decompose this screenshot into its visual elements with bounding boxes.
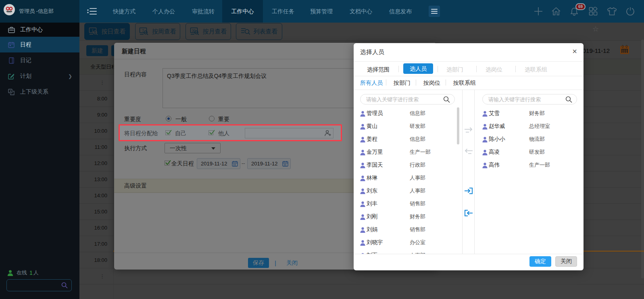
subtab-separator: [416, 79, 416, 86]
right-search-input[interactable]: [488, 95, 561, 104]
subtab-by-contact-group[interactable]: 按联系组: [453, 76, 476, 90]
left-search-box: [360, 94, 455, 105]
chevron-right-icon: ❯: [68, 73, 72, 79]
person-row[interactable]: 李国天行政部: [360, 159, 455, 172]
divider: [354, 90, 584, 90]
power-icon[interactable]: [625, 6, 636, 17]
cancel-button[interactable]: 关闭: [555, 256, 577, 267]
nav-item-work-center[interactable]: 工作中心: [222, 0, 263, 23]
move-all-left-icon[interactable]: [463, 208, 473, 218]
person-row[interactable]: 刘晓宇办公室: [360, 236, 455, 249]
sidebar-item-schedule[interactable]: 日程: [0, 37, 79, 52]
move-all-right-icon[interactable]: [463, 186, 473, 196]
theme-shirt-icon[interactable]: [606, 6, 617, 17]
online-person-icon: [7, 270, 13, 276]
person-icon: [360, 111, 365, 118]
tab-select-person[interactable]: 选人员: [403, 63, 433, 74]
person-name: 金万里: [367, 146, 383, 158]
person-department: 总经理室: [529, 120, 550, 132]
company-logo-icon[interactable]: [4, 4, 15, 15]
person-row[interactable]: 赵华威总经理室: [482, 120, 577, 133]
apps-grid-icon[interactable]: [588, 6, 599, 17]
select-person-dialog: 选择人员 × 选择范围 选人员 选部门 选岗位 选联系组 所有人员 按部门 按岗…: [354, 43, 584, 270]
person-icon: [360, 227, 365, 234]
person-row[interactable]: 刘雨人事部: [360, 249, 455, 254]
person-icon: [360, 124, 365, 131]
person-name: 李国天: [367, 159, 383, 171]
subtab-by-department[interactable]: 按部门: [394, 76, 411, 90]
nav-item-info-publish[interactable]: 信息发布: [386, 0, 415, 23]
notification-badge: 69: [575, 3, 586, 10]
person-icon: [482, 137, 488, 144]
person-row[interactable]: 刘刚财务部: [360, 211, 455, 224]
close-icon[interactable]: ×: [572, 47, 577, 55]
list-scrollbar[interactable]: [457, 107, 459, 144]
sidebar-item-hierarchy[interactable]: 上下级关系: [0, 84, 79, 100]
sidebar: 工作中心 日程 日记 计划 ❯ 上下级关系 在线 1 人: [0, 23, 79, 299]
nav-item-approval-flow[interactable]: 审批流转: [189, 0, 218, 23]
search-icon[interactable]: [61, 282, 68, 290]
left-search-input[interactable]: [366, 95, 439, 104]
person-name: 林琳: [367, 172, 377, 184]
nav-item-personal-office[interactable]: 个人办公: [149, 0, 178, 23]
sidebar-search-input[interactable]: [10, 280, 58, 291]
nav-item-shortcuts[interactable]: 快捷方式: [110, 0, 139, 23]
person-department: 销售部: [410, 198, 425, 210]
dialog-title: 选择人员: [360, 48, 384, 56]
move-left-icon[interactable]: [463, 148, 473, 155]
sidebar-item-label: 工作中心: [20, 26, 43, 33]
subtab-all-people[interactable]: 所有人员: [360, 76, 383, 90]
person-row[interactable]: 刘东人事部: [360, 185, 455, 198]
person-icon: [360, 188, 365, 196]
person-name: 黄山: [367, 120, 377, 132]
person-name: 高伟: [489, 159, 500, 171]
online-unit: 人: [33, 269, 39, 276]
tab-select-department[interactable]: 选部门: [446, 63, 463, 76]
header-brand-area: 管理员 -信息部: [0, 0, 79, 23]
nav-item-work-tasks[interactable]: 工作任务: [269, 0, 298, 23]
right-search-box: [482, 94, 577, 105]
home-icon[interactable]: [550, 6, 562, 17]
person-row[interactable]: 林琳人事部: [360, 172, 455, 185]
subtab-by-position[interactable]: 按岗位: [423, 76, 440, 90]
person-name: 艾雪: [489, 107, 500, 119]
sidebar-item-plan[interactable]: 计划 ❯: [0, 68, 79, 84]
person-department: 信息部: [410, 133, 425, 145]
person-name: 管理员: [367, 107, 383, 119]
more-menus-icon[interactable]: [429, 6, 440, 17]
person-department: 信息部: [410, 107, 425, 119]
add-icon[interactable]: [533, 6, 544, 17]
sidebar-item-label: 上下级关系: [20, 88, 48, 96]
person-department: 研发部: [410, 120, 425, 132]
person-row[interactable]: 管理员信息部: [360, 107, 455, 120]
sidebar-item-work-center[interactable]: 工作中心: [0, 23, 79, 37]
person-row[interactable]: 高凌研发部: [482, 146, 577, 159]
tab-select-position[interactable]: 选岗位: [486, 63, 502, 76]
hierarchy-icon: [8, 88, 15, 96]
sidebar-item-label: 日记: [20, 57, 31, 64]
nav-item-documents[interactable]: 文档中心: [346, 0, 375, 23]
person-row[interactable]: 艾雪财务部: [482, 107, 577, 120]
person-row[interactable]: 刘丰销售部: [360, 198, 455, 211]
person-row[interactable]: 刘娟销售部: [360, 224, 455, 236]
search-icon[interactable]: [565, 96, 572, 105]
confirm-button[interactable]: 确定: [529, 256, 551, 267]
menu-collapse-icon[interactable]: [87, 7, 97, 17]
sidebar-item-diary[interactable]: 日记: [0, 52, 79, 68]
tab-select-contact-group[interactable]: 选联系组: [525, 63, 547, 76]
person-row[interactable]: 陈小小物流部: [482, 133, 577, 146]
search-icon[interactable]: [443, 96, 450, 105]
person-name: 陈小小: [489, 133, 505, 145]
person-row[interactable]: 金万里生产一部: [360, 146, 455, 159]
move-right-icon[interactable]: [463, 127, 473, 133]
tab-select-range[interactable]: 选择范围: [367, 63, 390, 76]
person-department: 生产一部: [529, 159, 550, 171]
person-row[interactable]: 高伟生产一部: [482, 159, 577, 172]
nav-item-budget[interactable]: 预算管理: [307, 0, 336, 23]
person-department: 生产一部: [410, 146, 431, 158]
person-row[interactable]: 黄山研发部: [360, 120, 455, 133]
person-name: 刘刚: [367, 211, 377, 223]
person-row[interactable]: 姜程信息部: [360, 133, 455, 146]
person-icon: [360, 201, 365, 209]
panel-divider: [462, 90, 463, 254]
